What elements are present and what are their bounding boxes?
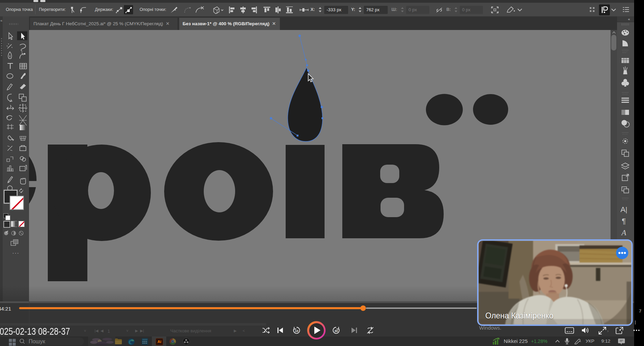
svg-text:10: 10 — [295, 329, 299, 333]
svg-text:30: 30 — [334, 329, 338, 333]
